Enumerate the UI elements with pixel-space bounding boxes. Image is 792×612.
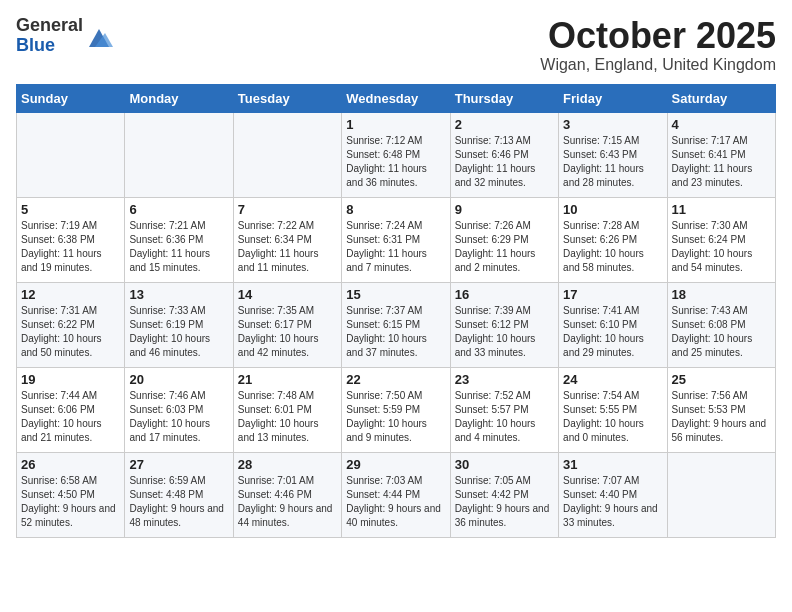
day-info: Sunrise: 7:46 AM Sunset: 6:03 PM Dayligh… xyxy=(129,389,228,445)
day-number: 12 xyxy=(21,287,120,302)
calendar-cell xyxy=(233,112,341,197)
calendar-cell: 22Sunrise: 7:50 AM Sunset: 5:59 PM Dayli… xyxy=(342,367,450,452)
day-info: Sunrise: 7:56 AM Sunset: 5:53 PM Dayligh… xyxy=(672,389,771,445)
day-info: Sunrise: 7:30 AM Sunset: 6:24 PM Dayligh… xyxy=(672,219,771,275)
day-number: 9 xyxy=(455,202,554,217)
calendar-cell: 14Sunrise: 7:35 AM Sunset: 6:17 PM Dayli… xyxy=(233,282,341,367)
calendar-cell: 11Sunrise: 7:30 AM Sunset: 6:24 PM Dayli… xyxy=(667,197,775,282)
day-info: Sunrise: 7:48 AM Sunset: 6:01 PM Dayligh… xyxy=(238,389,337,445)
calendar-cell: 3Sunrise: 7:15 AM Sunset: 6:43 PM Daylig… xyxy=(559,112,667,197)
calendar-cell: 13Sunrise: 7:33 AM Sunset: 6:19 PM Dayli… xyxy=(125,282,233,367)
day-number: 11 xyxy=(672,202,771,217)
day-info: Sunrise: 7:52 AM Sunset: 5:57 PM Dayligh… xyxy=(455,389,554,445)
day-info: Sunrise: 7:24 AM Sunset: 6:31 PM Dayligh… xyxy=(346,219,445,275)
week-row: 5Sunrise: 7:19 AM Sunset: 6:38 PM Daylig… xyxy=(17,197,776,282)
day-info: Sunrise: 7:28 AM Sunset: 6:26 PM Dayligh… xyxy=(563,219,662,275)
calendar-table: SundayMondayTuesdayWednesdayThursdayFrid… xyxy=(16,84,776,538)
calendar-cell: 21Sunrise: 7:48 AM Sunset: 6:01 PM Dayli… xyxy=(233,367,341,452)
day-info: Sunrise: 7:19 AM Sunset: 6:38 PM Dayligh… xyxy=(21,219,120,275)
day-info: Sunrise: 7:01 AM Sunset: 4:46 PM Dayligh… xyxy=(238,474,337,530)
calendar-cell: 24Sunrise: 7:54 AM Sunset: 5:55 PM Dayli… xyxy=(559,367,667,452)
calendar-cell: 16Sunrise: 7:39 AM Sunset: 6:12 PM Dayli… xyxy=(450,282,558,367)
header-day-tuesday: Tuesday xyxy=(233,84,341,112)
calendar-cell: 20Sunrise: 7:46 AM Sunset: 6:03 PM Dayli… xyxy=(125,367,233,452)
day-info: Sunrise: 6:59 AM Sunset: 4:48 PM Dayligh… xyxy=(129,474,228,530)
week-row: 1Sunrise: 7:12 AM Sunset: 6:48 PM Daylig… xyxy=(17,112,776,197)
calendar-cell: 10Sunrise: 7:28 AM Sunset: 6:26 PM Dayli… xyxy=(559,197,667,282)
calendar-cell: 31Sunrise: 7:07 AM Sunset: 4:40 PM Dayli… xyxy=(559,452,667,537)
month-title: October 2025 xyxy=(540,16,776,56)
day-number: 22 xyxy=(346,372,445,387)
location: Wigan, England, United Kingdom xyxy=(540,56,776,74)
calendar-cell xyxy=(125,112,233,197)
calendar-cell: 9Sunrise: 7:26 AM Sunset: 6:29 PM Daylig… xyxy=(450,197,558,282)
calendar-cell: 23Sunrise: 7:52 AM Sunset: 5:57 PM Dayli… xyxy=(450,367,558,452)
calendar-cell: 19Sunrise: 7:44 AM Sunset: 6:06 PM Dayli… xyxy=(17,367,125,452)
day-number: 8 xyxy=(346,202,445,217)
day-number: 24 xyxy=(563,372,662,387)
title-section: October 2025 Wigan, England, United King… xyxy=(540,16,776,74)
calendar-body: 1Sunrise: 7:12 AM Sunset: 6:48 PM Daylig… xyxy=(17,112,776,537)
day-info: Sunrise: 7:54 AM Sunset: 5:55 PM Dayligh… xyxy=(563,389,662,445)
day-info: Sunrise: 7:43 AM Sunset: 6:08 PM Dayligh… xyxy=(672,304,771,360)
day-number: 18 xyxy=(672,287,771,302)
day-number: 15 xyxy=(346,287,445,302)
day-info: Sunrise: 7:13 AM Sunset: 6:46 PM Dayligh… xyxy=(455,134,554,190)
day-number: 6 xyxy=(129,202,228,217)
day-number: 4 xyxy=(672,117,771,132)
day-number: 26 xyxy=(21,457,120,472)
week-row: 12Sunrise: 7:31 AM Sunset: 6:22 PM Dayli… xyxy=(17,282,776,367)
header-day-sunday: Sunday xyxy=(17,84,125,112)
day-number: 16 xyxy=(455,287,554,302)
day-info: Sunrise: 7:12 AM Sunset: 6:48 PM Dayligh… xyxy=(346,134,445,190)
day-number: 25 xyxy=(672,372,771,387)
day-number: 21 xyxy=(238,372,337,387)
calendar-cell: 5Sunrise: 7:19 AM Sunset: 6:38 PM Daylig… xyxy=(17,197,125,282)
calendar-cell xyxy=(17,112,125,197)
day-info: Sunrise: 7:41 AM Sunset: 6:10 PM Dayligh… xyxy=(563,304,662,360)
day-info: Sunrise: 7:44 AM Sunset: 6:06 PM Dayligh… xyxy=(21,389,120,445)
calendar-cell: 4Sunrise: 7:17 AM Sunset: 6:41 PM Daylig… xyxy=(667,112,775,197)
calendar-cell: 18Sunrise: 7:43 AM Sunset: 6:08 PM Dayli… xyxy=(667,282,775,367)
day-number: 30 xyxy=(455,457,554,472)
logo-blue: Blue xyxy=(16,36,83,56)
header-day-saturday: Saturday xyxy=(667,84,775,112)
day-number: 19 xyxy=(21,372,120,387)
logo-general: General xyxy=(16,16,83,36)
day-info: Sunrise: 7:35 AM Sunset: 6:17 PM Dayligh… xyxy=(238,304,337,360)
calendar-cell xyxy=(667,452,775,537)
calendar-cell: 26Sunrise: 6:58 AM Sunset: 4:50 PM Dayli… xyxy=(17,452,125,537)
day-info: Sunrise: 7:39 AM Sunset: 6:12 PM Dayligh… xyxy=(455,304,554,360)
header-row: SundayMondayTuesdayWednesdayThursdayFrid… xyxy=(17,84,776,112)
day-info: Sunrise: 7:26 AM Sunset: 6:29 PM Dayligh… xyxy=(455,219,554,275)
calendar-cell: 1Sunrise: 7:12 AM Sunset: 6:48 PM Daylig… xyxy=(342,112,450,197)
logo-icon xyxy=(85,23,113,51)
day-number: 28 xyxy=(238,457,337,472)
week-row: 26Sunrise: 6:58 AM Sunset: 4:50 PM Dayli… xyxy=(17,452,776,537)
day-number: 1 xyxy=(346,117,445,132)
day-number: 20 xyxy=(129,372,228,387)
calendar-cell: 28Sunrise: 7:01 AM Sunset: 4:46 PM Dayli… xyxy=(233,452,341,537)
day-number: 3 xyxy=(563,117,662,132)
day-number: 29 xyxy=(346,457,445,472)
day-info: Sunrise: 7:50 AM Sunset: 5:59 PM Dayligh… xyxy=(346,389,445,445)
calendar-cell: 2Sunrise: 7:13 AM Sunset: 6:46 PM Daylig… xyxy=(450,112,558,197)
day-number: 23 xyxy=(455,372,554,387)
day-number: 5 xyxy=(21,202,120,217)
calendar-cell: 29Sunrise: 7:03 AM Sunset: 4:44 PM Dayli… xyxy=(342,452,450,537)
calendar-cell: 8Sunrise: 7:24 AM Sunset: 6:31 PM Daylig… xyxy=(342,197,450,282)
day-info: Sunrise: 7:33 AM Sunset: 6:19 PM Dayligh… xyxy=(129,304,228,360)
calendar-cell: 17Sunrise: 7:41 AM Sunset: 6:10 PM Dayli… xyxy=(559,282,667,367)
day-number: 13 xyxy=(129,287,228,302)
day-number: 7 xyxy=(238,202,337,217)
day-info: Sunrise: 6:58 AM Sunset: 4:50 PM Dayligh… xyxy=(21,474,120,530)
day-info: Sunrise: 7:03 AM Sunset: 4:44 PM Dayligh… xyxy=(346,474,445,530)
day-info: Sunrise: 7:07 AM Sunset: 4:40 PM Dayligh… xyxy=(563,474,662,530)
day-info: Sunrise: 7:37 AM Sunset: 6:15 PM Dayligh… xyxy=(346,304,445,360)
day-number: 27 xyxy=(129,457,228,472)
calendar-cell: 27Sunrise: 6:59 AM Sunset: 4:48 PM Dayli… xyxy=(125,452,233,537)
day-number: 17 xyxy=(563,287,662,302)
day-info: Sunrise: 7:31 AM Sunset: 6:22 PM Dayligh… xyxy=(21,304,120,360)
day-info: Sunrise: 7:22 AM Sunset: 6:34 PM Dayligh… xyxy=(238,219,337,275)
week-row: 19Sunrise: 7:44 AM Sunset: 6:06 PM Dayli… xyxy=(17,367,776,452)
